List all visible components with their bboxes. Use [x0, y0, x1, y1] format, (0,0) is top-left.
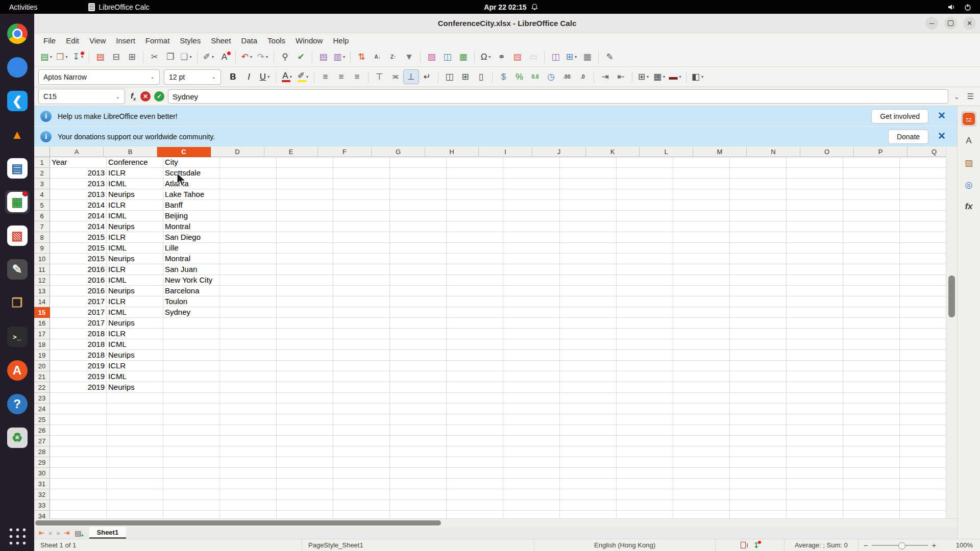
expand-formula-bar-icon[interactable]: ⌄ — [952, 93, 962, 101]
cell-M12[interactable] — [730, 275, 787, 286]
cell-A34[interactable] — [50, 511, 107, 518]
cell-L23[interactable] — [673, 393, 730, 404]
cell-J3[interactable] — [560, 179, 617, 189]
cell-O22[interactable] — [843, 382, 900, 393]
thunderbird-icon[interactable] — [5, 56, 30, 79]
cell-O30[interactable] — [843, 468, 900, 479]
cell-L20[interactable] — [673, 361, 730, 371]
row-header-14[interactable]: 14 — [34, 296, 50, 307]
cell-G13[interactable] — [390, 286, 447, 296]
cell-D30[interactable] — [220, 468, 277, 479]
cell-E28[interactable] — [277, 446, 333, 457]
column-header-G[interactable]: G — [372, 147, 425, 157]
format-percent-icon[interactable]: % — [512, 70, 527, 84]
cell-B28[interactable] — [107, 446, 163, 457]
first-sheet-icon[interactable]: ⇤ — [37, 529, 46, 537]
insert-chart-icon[interactable]: ◫ — [440, 50, 455, 64]
help-icon[interactable]: ? — [5, 392, 30, 416]
cell-K24[interactable] — [617, 404, 673, 414]
font-color-dropdown[interactable]: ▾ — [290, 74, 292, 79]
language-label[interactable]: English (Hong Kong) — [534, 539, 716, 551]
cell-P31[interactable] — [900, 479, 946, 489]
cell-D11[interactable] — [220, 264, 277, 275]
align-right-icon[interactable]: ≡ — [350, 70, 364, 84]
cell-F5[interactable] — [333, 200, 390, 211]
cell-B1[interactable]: Conference — [107, 157, 163, 168]
cell-E13[interactable] — [277, 286, 333, 296]
cell-M5[interactable] — [730, 200, 787, 211]
cell-M15[interactable] — [730, 307, 787, 318]
cell-I2[interactable] — [503, 168, 560, 179]
cell-K22[interactable] — [617, 382, 673, 393]
cell-L8[interactable] — [673, 232, 730, 243]
cell-E11[interactable] — [277, 264, 333, 275]
cell-G22[interactable] — [390, 382, 447, 393]
cell-N12[interactable] — [787, 275, 843, 286]
cell-A21[interactable]: 2019 — [50, 371, 107, 382]
cell-D18[interactable] — [220, 339, 277, 350]
cell-B22[interactable]: Neurips — [107, 382, 163, 393]
cell-G34[interactable] — [390, 511, 447, 518]
cell-P15[interactable] — [900, 307, 946, 318]
close-icon[interactable]: ✕ — [935, 110, 951, 122]
cell-F10[interactable] — [333, 254, 390, 264]
cell-I17[interactable] — [503, 329, 560, 339]
cell-A7[interactable]: 2014 — [50, 221, 107, 232]
horizontal-scrollbar-thumb[interactable] — [35, 520, 441, 525]
cell-G12[interactable] — [390, 275, 447, 286]
cell-J25[interactable] — [560, 414, 617, 425]
cell-O8[interactable] — [843, 232, 900, 243]
cell-K29[interactable] — [617, 457, 673, 468]
cell-C25[interactable] — [163, 414, 220, 425]
menu-format[interactable]: Format — [140, 35, 175, 46]
cell-C8[interactable]: San Diego — [163, 232, 220, 243]
cell-C21[interactable] — [163, 371, 220, 382]
cell-P4[interactable] — [900, 189, 946, 200]
function-wizard-icon[interactable]: fx — [130, 91, 137, 102]
row-header-13[interactable]: 13 — [34, 286, 50, 296]
cell-G17[interactable] — [390, 329, 447, 339]
merge-and-center-icon[interactable]: ◫ — [442, 70, 457, 84]
cell-M26[interactable] — [730, 425, 787, 436]
cell-C16[interactable] — [163, 318, 220, 329]
cell-E21[interactable] — [277, 371, 333, 382]
cell-N3[interactable] — [787, 179, 843, 189]
row-header-8[interactable]: 8 — [34, 232, 50, 243]
cell-P17[interactable] — [900, 329, 946, 339]
cell-B26[interactable] — [107, 425, 163, 436]
cell-N7[interactable] — [787, 221, 843, 232]
cell-F2[interactable] — [333, 168, 390, 179]
cell-P21[interactable] — [900, 371, 946, 382]
insert-image-icon[interactable]: ▨ — [424, 50, 439, 64]
cell-C12[interactable]: New York City — [163, 275, 220, 286]
cell-N34[interactable] — [787, 511, 843, 518]
split-window-icon[interactable]: ⊞▾ — [564, 50, 579, 64]
cell-H6[interactable] — [447, 211, 503, 221]
cell-P34[interactable] — [900, 511, 946, 518]
cell-L25[interactable] — [673, 414, 730, 425]
split-window-dropdown[interactable]: ▾ — [575, 55, 577, 59]
cell-I6[interactable] — [503, 211, 560, 221]
borders-icon[interactable]: ⊞▾ — [636, 70, 651, 84]
row-header-4[interactable]: 4 — [34, 189, 50, 200]
activities-button[interactable]: Activities — [0, 3, 46, 11]
cell-E1[interactable] — [277, 157, 333, 168]
cell-A22[interactable]: 2019 — [50, 382, 107, 393]
row-header-2[interactable]: 2 — [34, 168, 50, 179]
cell-H3[interactable] — [447, 179, 503, 189]
cell-H4[interactable] — [447, 189, 503, 200]
cell-L9[interactable] — [673, 243, 730, 254]
cell-F28[interactable] — [333, 446, 390, 457]
row-header-16[interactable]: 16 — [34, 318, 50, 329]
cell-C4[interactable]: Lake Tahoe — [163, 189, 220, 200]
cell-C34[interactable] — [163, 511, 220, 518]
cell-D7[interactable] — [220, 221, 277, 232]
cell-P25[interactable] — [900, 414, 946, 425]
cell-D17[interactable] — [220, 329, 277, 339]
cell-G26[interactable] — [390, 425, 447, 436]
cell-C2[interactable]: Scottsdale — [163, 168, 220, 179]
cell-E25[interactable] — [277, 414, 333, 425]
cell-C29[interactable] — [163, 457, 220, 468]
row-header-18[interactable]: 18 — [34, 339, 50, 350]
cell-H26[interactable] — [447, 425, 503, 436]
